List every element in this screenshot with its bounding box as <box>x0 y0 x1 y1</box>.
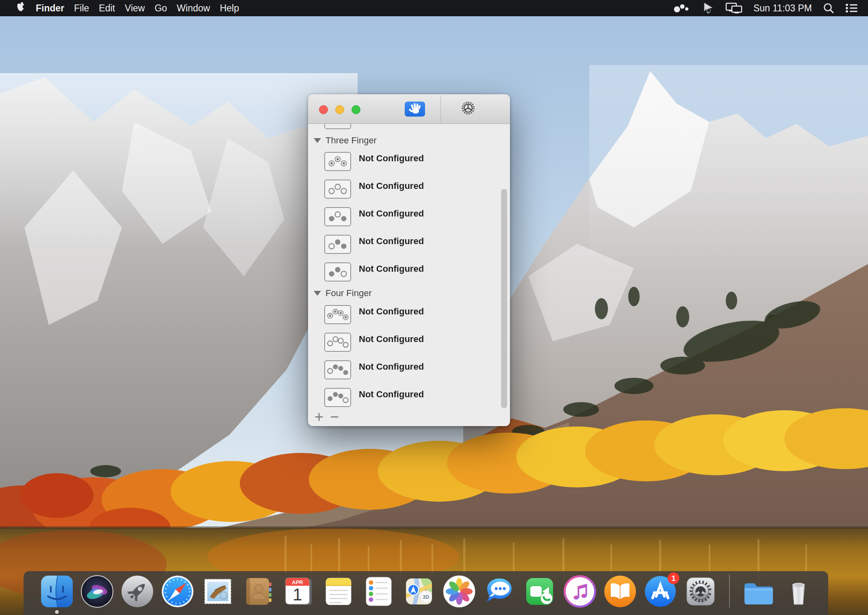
dock-launchpad[interactable] <box>120 574 154 609</box>
gesture-row[interactable]: Not Configured <box>324 388 424 407</box>
three-finger-middle-open-icon <box>324 207 351 226</box>
menu-app-name[interactable]: Finder <box>31 0 69 16</box>
dock-maps[interactable]: 3D <box>402 574 436 609</box>
display-mirroring-icon[interactable] <box>725 2 742 14</box>
dock-trash[interactable] <box>781 574 816 609</box>
dock-app-store[interactable]: 1 <box>643 574 677 609</box>
gesture-list: Three Finger Not Configured <box>308 124 510 426</box>
dock-safari[interactable] <box>161 574 195 609</box>
notification-center-icon[interactable] <box>845 3 858 13</box>
app-store-badge: 1 <box>668 572 679 584</box>
toolbar-trackpad-tab[interactable] <box>405 102 425 117</box>
section-four-finger[interactable]: Four Finger <box>314 288 372 299</box>
gesture-action-label: Not Configured <box>359 208 424 219</box>
section-label: Three Finger <box>326 135 377 146</box>
gesture-row[interactable]: Not Configured <box>324 305 424 324</box>
dock-calendar[interactable]: APR 1 <box>281 574 315 609</box>
minimize-button[interactable] <box>335 105 344 114</box>
three-finger-left-open-icon <box>324 235 351 254</box>
apple-menu[interactable] <box>11 2 31 15</box>
dock-notes[interactable] <box>321 574 356 609</box>
dock-photos[interactable] <box>442 574 476 609</box>
three-finger-open-dots-icon <box>324 180 351 199</box>
dock-divider <box>729 574 730 608</box>
gesture-row[interactable]: Not Configured <box>324 333 424 352</box>
add-gesture-button[interactable]: + <box>315 409 323 424</box>
four-finger-tap-dots-icon <box>324 305 351 324</box>
menu-clock[interactable]: Sun 11:03 PM <box>753 3 812 14</box>
gesture-app-icon[interactable] <box>673 3 691 13</box>
disclosure-triangle-icon[interactable] <box>314 138 321 143</box>
gesture-preferences-window: Three Finger Not Configured <box>308 94 510 426</box>
menu-edit[interactable]: Edit <box>94 0 120 16</box>
dock-messages[interactable] <box>482 574 516 609</box>
four-finger-left-open-icon <box>324 360 351 379</box>
apple-logo-icon <box>16 2 25 15</box>
gesture-row[interactable]: Not Configured <box>324 152 424 171</box>
gesture-action-label: Not Configured <box>359 389 424 400</box>
scrollbar-thumb[interactable] <box>501 189 507 408</box>
menu-file[interactable]: File <box>69 0 94 16</box>
dock-mail[interactable] <box>201 574 235 609</box>
four-finger-open-dots-icon <box>324 333 351 352</box>
running-indicator <box>55 610 59 614</box>
dock-contacts[interactable] <box>241 574 275 609</box>
dock: APR 1 <box>24 571 828 615</box>
window-toolbar <box>308 94 510 124</box>
dock-books[interactable] <box>603 574 637 609</box>
menu-help[interactable]: Help <box>215 0 244 16</box>
gesture-action-label: Not Configured <box>359 264 424 274</box>
close-button[interactable] <box>319 105 328 114</box>
gesture-action-label: Not Configured <box>359 362 424 372</box>
gesture-action-label: Not Configured <box>359 181 424 191</box>
toolbar-settings-tab[interactable] <box>459 100 477 118</box>
dock-reminders[interactable] <box>362 574 396 609</box>
menu-window[interactable]: Window <box>172 0 215 16</box>
trackpad-hand-icon <box>406 102 423 117</box>
section-three-finger[interactable]: Three Finger <box>314 135 377 146</box>
menu-view[interactable]: View <box>120 0 150 16</box>
three-finger-right-open-icon <box>324 262 351 282</box>
gesture-row[interactable]: Not Configured <box>324 235 424 254</box>
toolbar-separator <box>441 95 441 122</box>
remove-gesture-button[interactable]: − <box>330 409 339 424</box>
gear-icon <box>460 100 476 118</box>
pointer-tool-icon[interactable] <box>702 2 714 14</box>
dock-itunes[interactable] <box>563 574 597 609</box>
gesture-action-label: Not Configured <box>359 153 424 164</box>
dock-system-preferences[interactable] <box>684 574 718 609</box>
zoom-button[interactable] <box>352 105 360 114</box>
spotlight-search-icon[interactable] <box>823 2 834 14</box>
gesture-row[interactable]: Not Configured <box>324 180 424 199</box>
dock-facetime[interactable] <box>523 574 557 609</box>
section-label: Four Finger <box>326 288 372 299</box>
maps-3d-label: 3D <box>423 594 430 600</box>
calendar-day-label: 1 <box>293 585 302 604</box>
three-finger-tap-dots-icon <box>324 152 351 171</box>
gesture-action-label: Not Configured <box>359 306 424 317</box>
gesture-icon-partial <box>324 124 351 129</box>
gesture-action-label: Not Configured <box>359 236 424 247</box>
gesture-row[interactable]: Not Configured <box>324 360 424 379</box>
dock-finder[interactable] <box>40 574 74 609</box>
gesture-row[interactable]: Not Configured <box>324 207 424 226</box>
dock-siri[interactable] <box>80 574 114 609</box>
four-finger-right-open-icon <box>324 388 351 407</box>
disclosure-triangle-icon[interactable] <box>314 291 321 296</box>
gesture-row[interactable]: Not Configured <box>324 262 424 282</box>
gesture-action-label: Not Configured <box>359 334 424 344</box>
menu-bar: Finder File Edit View Go Window Help <box>0 0 868 16</box>
calendar-month-label: APR <box>292 579 303 585</box>
menu-go[interactable]: Go <box>150 0 172 16</box>
dock-downloads-folder[interactable] <box>741 574 775 609</box>
